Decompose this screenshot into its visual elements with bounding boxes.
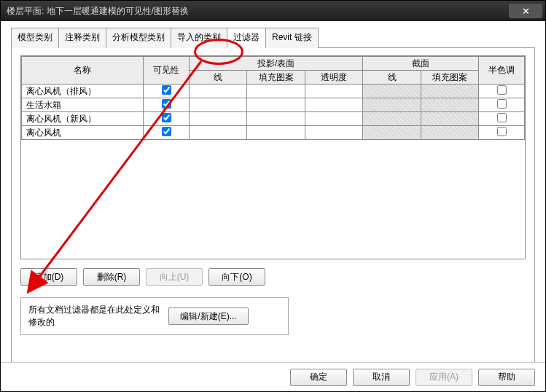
cell-proj-pattern[interactable] bbox=[247, 98, 305, 112]
tab-strip: 模型类别 注释类别 分析模型类别 导入的类别 过滤器 Revit 链接 bbox=[11, 27, 535, 48]
tab-model-categories[interactable]: 模型类别 bbox=[11, 28, 59, 48]
titlebar: 楼层平面: 地下一层暖通建模的可见性/图形替换 ✕ bbox=[1, 1, 545, 21]
cell-proj-line[interactable] bbox=[189, 85, 246, 98]
halftone-checkbox[interactable] bbox=[497, 99, 507, 109]
visibility-checkbox[interactable] bbox=[162, 85, 171, 95]
row-buttons: 添加(D) 删除(R) 向上(U) 向下(O) bbox=[20, 268, 526, 286]
col-cut-line: 线 bbox=[363, 71, 421, 85]
tab-label: 注释类别 bbox=[65, 32, 100, 42]
table-row[interactable]: 离心风机（新风） bbox=[22, 112, 525, 126]
cell-proj-pattern[interactable] bbox=[247, 126, 305, 140]
cell-proj-transparency[interactable] bbox=[305, 126, 362, 140]
cell-name: 生活水箱 bbox=[22, 98, 144, 112]
window-title: 楼层平面: 地下一层暖通建模的可见性/图形替换 bbox=[7, 5, 189, 17]
halftone-checkbox[interactable] bbox=[497, 85, 507, 95]
edit-new-button[interactable]: 编辑/新建(E)... bbox=[168, 307, 249, 325]
halftone-checkbox[interactable] bbox=[497, 113, 507, 122]
col-cut-pattern: 填充图案 bbox=[421, 71, 478, 85]
tab-label: 分析模型类别 bbox=[112, 32, 165, 42]
tab-imported-categories[interactable]: 导入的类别 bbox=[171, 28, 227, 48]
cell-halftone[interactable] bbox=[479, 126, 525, 140]
cell-visibility[interactable] bbox=[144, 98, 190, 112]
cell-cut-pattern[interactable] bbox=[421, 98, 478, 112]
cancel-button[interactable]: 取消 bbox=[353, 369, 410, 386]
tab-filters[interactable]: 过滤器 bbox=[227, 28, 266, 48]
content-area: 模型类别 注释类别 分析模型类别 导入的类别 过滤器 Revit 链接 bbox=[1, 21, 545, 370]
cell-halftone[interactable] bbox=[479, 85, 525, 98]
col-proj-pattern: 填充图案 bbox=[247, 71, 305, 85]
cell-cut-line[interactable] bbox=[363, 126, 421, 140]
apply-button[interactable]: 应用(A) bbox=[416, 369, 472, 386]
visibility-checkbox[interactable] bbox=[162, 99, 171, 109]
cell-cut-line[interactable] bbox=[363, 98, 421, 112]
ok-button[interactable]: 确定 bbox=[290, 369, 347, 386]
tab-label: 过滤器 bbox=[233, 32, 260, 42]
halftone-checkbox[interactable] bbox=[497, 127, 507, 136]
tab-body: 名称 可见性 投影/表面 截面 半色调 线 填充图案 透明度 线 填充图案 bbox=[11, 48, 535, 363]
cell-visibility[interactable] bbox=[144, 126, 190, 140]
cell-cut-pattern[interactable] bbox=[421, 112, 478, 126]
col-visibility: 可见性 bbox=[144, 57, 190, 85]
help-button[interactable]: 帮助 bbox=[478, 369, 535, 386]
cell-visibility[interactable] bbox=[144, 112, 190, 126]
cell-cut-line[interactable] bbox=[363, 112, 421, 126]
tab-label: 模型类别 bbox=[17, 32, 52, 42]
dialog-window: 楼层平面: 地下一层暖通建模的可见性/图形替换 ✕ 模型类别 注释类别 分析模型… bbox=[0, 0, 546, 392]
cell-cut-line[interactable] bbox=[363, 85, 421, 98]
colgroup-cut: 截面 bbox=[363, 57, 479, 71]
dialog-footer: 确定 取消 应用(A) 帮助 bbox=[1, 362, 545, 391]
tab-label: 导入的类别 bbox=[177, 32, 221, 42]
move-up-button[interactable]: 向上(U) bbox=[146, 268, 203, 286]
tab-revit-links[interactable]: Revit 链接 bbox=[265, 28, 319, 48]
table-row[interactable]: 离心风机 bbox=[22, 126, 525, 140]
visibility-checkbox[interactable] bbox=[162, 113, 171, 122]
cell-proj-pattern[interactable] bbox=[247, 85, 305, 98]
close-icon: ✕ bbox=[522, 6, 530, 17]
cell-name: 离心风机 bbox=[22, 126, 144, 140]
cell-visibility[interactable] bbox=[144, 85, 190, 98]
tab-label: Revit 链接 bbox=[272, 32, 312, 42]
cell-cut-pattern[interactable] bbox=[421, 85, 478, 98]
cell-proj-line[interactable] bbox=[189, 98, 246, 112]
table-row[interactable]: 离心风机（排风） bbox=[22, 85, 525, 98]
cell-name: 离心风机（排风） bbox=[22, 85, 144, 98]
cell-proj-transparency[interactable] bbox=[305, 85, 362, 98]
tab-analytical-categories[interactable]: 分析模型类别 bbox=[106, 28, 171, 48]
add-button[interactable]: 添加(D) bbox=[20, 268, 77, 286]
visibility-checkbox[interactable] bbox=[162, 127, 171, 136]
colgroup-projection: 投影/表面 bbox=[189, 57, 362, 71]
cell-proj-transparency[interactable] bbox=[305, 98, 362, 112]
cell-proj-line[interactable] bbox=[189, 112, 246, 126]
col-proj-line: 线 bbox=[189, 71, 246, 85]
tab-annotation-categories[interactable]: 注释类别 bbox=[58, 28, 106, 48]
remove-button[interactable]: 删除(R) bbox=[83, 268, 140, 286]
note-text: 所有文档过滤器都是在此处定义和修改的 bbox=[28, 304, 160, 329]
note-box: 所有文档过滤器都是在此处定义和修改的 编辑/新建(E)... bbox=[20, 297, 289, 335]
cell-proj-line[interactable] bbox=[189, 126, 246, 140]
cell-proj-transparency[interactable] bbox=[305, 112, 362, 126]
move-down-button[interactable]: 向下(O) bbox=[208, 268, 265, 286]
cell-halftone[interactable] bbox=[479, 98, 525, 112]
cell-cut-pattern[interactable] bbox=[421, 126, 478, 140]
filter-grid[interactable]: 名称 可见性 投影/表面 截面 半色调 线 填充图案 透明度 线 填充图案 bbox=[20, 55, 526, 259]
table-row[interactable]: 生活水箱 bbox=[22, 98, 525, 112]
col-name: 名称 bbox=[22, 57, 144, 85]
cell-proj-pattern[interactable] bbox=[247, 112, 305, 126]
col-proj-transparency: 透明度 bbox=[305, 71, 362, 85]
cell-halftone[interactable] bbox=[479, 112, 525, 126]
cell-name: 离心风机（新风） bbox=[22, 112, 144, 126]
close-button[interactable]: ✕ bbox=[509, 4, 542, 18]
col-halftone: 半色调 bbox=[479, 57, 525, 85]
